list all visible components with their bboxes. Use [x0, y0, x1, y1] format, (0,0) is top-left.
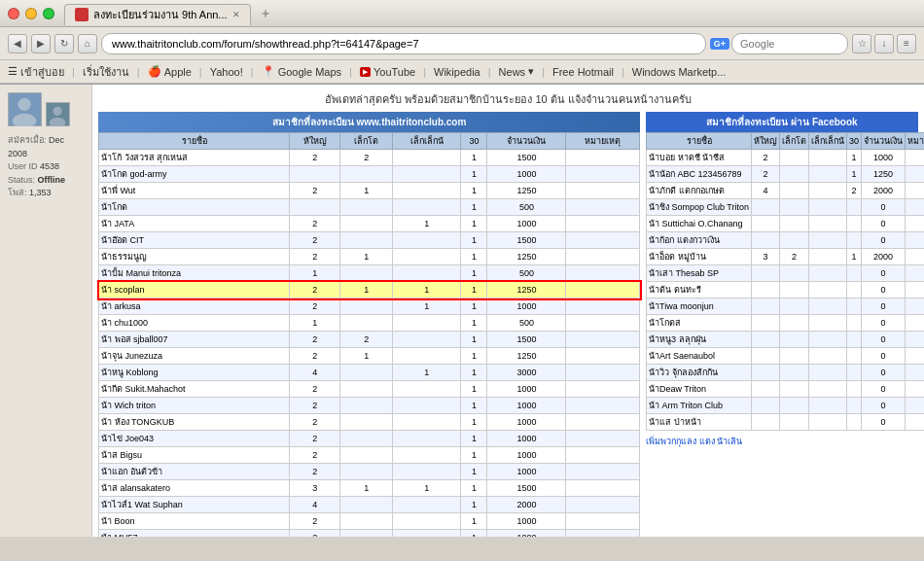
table-row: น้าวิว จุ้กลองส้กก้น 0 — [647, 365, 925, 381]
cell-note — [906, 381, 924, 398]
tab-close-button[interactable]: ✕ — [232, 10, 240, 19]
url-bar[interactable] — [101, 33, 706, 54]
cell-big: 2 — [290, 431, 340, 447]
cell-note — [906, 249, 924, 265]
avatar-secondary — [46, 102, 70, 126]
downloads-button[interactable]: ↓ — [874, 34, 894, 53]
status-value: Offline — [38, 175, 66, 185]
cell-mid — [340, 166, 393, 183]
cell-small — [809, 232, 847, 249]
cell-big — [752, 332, 780, 348]
cell-amount: 0 — [862, 315, 906, 332]
cell-amount: 0 — [862, 381, 906, 398]
table-row: น้าก้อก แตงกวาเงิน 0 — [647, 232, 925, 249]
cell-note — [906, 183, 924, 199]
cell-amount: 1000 — [862, 150, 906, 166]
cell-small — [393, 232, 461, 249]
bookmark-wikipedia[interactable]: Wikipedia — [434, 66, 480, 78]
cell-mid: 2 — [340, 332, 393, 348]
bookmark-windows[interactable]: Windows Marketp... — [632, 66, 727, 78]
cell-small: 1 — [393, 282, 461, 298]
cell-small — [393, 348, 461, 365]
cell-big: 2 — [290, 183, 340, 199]
refresh-button[interactable]: ↻ — [54, 34, 74, 53]
cell-note — [906, 232, 924, 249]
cell-big: 2 — [752, 166, 780, 183]
user-info: สมัครเมื่อ: Dec 2008 User ID 4538 Status… — [8, 134, 84, 200]
cell-big: 4 — [752, 183, 780, 199]
table-row: น้า MU57 2 1 1000 — [99, 530, 640, 538]
bookmark-star[interactable]: ☆ — [852, 34, 871, 53]
new-tab-button[interactable]: ＋ — [251, 2, 280, 25]
cell-30: 1 — [461, 365, 487, 381]
cell-30 — [847, 282, 862, 298]
bookmark-youtube[interactable]: ▶ YouTube — [360, 66, 415, 78]
cell-amount: 0 — [862, 298, 906, 315]
cell-mid — [780, 332, 809, 348]
bookmark-maps[interactable]: 📍 Google Maps — [262, 65, 341, 78]
cell-amount: 1000 — [487, 513, 566, 530]
table-row: น้าหนู Koblong 4 1 1 3000 — [99, 365, 640, 381]
col-small-r: เล็กเล็กน้ — [809, 133, 847, 150]
maximize-button[interactable] — [43, 8, 54, 19]
cell-mid — [340, 381, 393, 398]
cell-mid — [340, 530, 393, 538]
cell-amount: 0 — [862, 232, 906, 249]
left-table: รายชื่อ ห้ใหญ่ เล็กโต เล็กเล็กน้ 30 จำนว… — [98, 132, 640, 537]
cell-big: 2 — [290, 464, 340, 480]
cell-name: น้าแอก อันต้วข้า — [99, 464, 290, 480]
cell-30: 1 — [461, 332, 487, 348]
cell-name: น้าไข่ Joe043 — [99, 431, 290, 447]
close-button[interactable] — [8, 8, 19, 19]
window-controls[interactable] — [8, 8, 54, 19]
tab-label: ลงทะเบียนร่วมงาน 9th Ann... — [93, 6, 228, 23]
bookmark-hotmail[interactable]: Free Hotmail — [552, 66, 614, 78]
cell-small — [809, 348, 847, 365]
back-button[interactable]: ◀ — [8, 34, 27, 53]
col-amount: จำนวนเงิน — [487, 133, 566, 150]
cell-mid: 1 — [340, 480, 393, 497]
cell-big — [752, 282, 780, 298]
bookmark-apple[interactable]: 🍎 Apple — [148, 65, 192, 78]
browser-tab[interactable]: ลงทะเบียนร่วมงาน 9th Ann... ✕ — [64, 4, 251, 25]
right-table: รายชื่อ ห้ใหญ่ เล็กโต เล็กเล็กน้ 30 จำนว… — [646, 132, 924, 431]
cell-mid: 1 — [340, 348, 393, 365]
bookmark-label: News — [499, 66, 526, 78]
cell-mid — [780, 150, 809, 166]
cell-30: 1 — [461, 150, 487, 166]
search-input[interactable] — [731, 33, 848, 54]
cell-name: น้าDeaw Triton — [647, 381, 752, 398]
cell-amount: 0 — [862, 348, 906, 365]
cell-name: น้า ห้อง TONGKUB — [99, 414, 290, 431]
cell-name: น้า Arm Triton Club — [647, 398, 752, 414]
cell-name: น้าโกต — [99, 199, 290, 216]
cell-name: น้าภักดี แตกกอเกษต — [647, 183, 752, 199]
cell-mid — [780, 381, 809, 398]
bookmark-yahoo[interactable]: Yahoo! — [210, 66, 243, 78]
table-row: น้า พอส sjball007 2 2 1 1500 — [99, 332, 640, 348]
bookmark-label: Google Maps — [278, 66, 341, 78]
forward-button[interactable]: ▶ — [31, 34, 51, 53]
cell-name: น้า Boon — [99, 513, 290, 530]
table-row: น้าภักดี แตกกอเกษต 4 2 2000 — [647, 183, 925, 199]
table-row: น้าArt Saenaubol 0 — [647, 348, 925, 365]
cell-big: 2 — [290, 530, 340, 538]
cell-small — [393, 332, 461, 348]
bookmark-start[interactable]: เริ่มใช้งาน — [83, 63, 129, 81]
cell-mid — [780, 232, 809, 249]
table-row: น้ากีต Sukit.Mahachot 2 1 1000 — [99, 381, 640, 398]
home-button[interactable]: ⌂ — [78, 34, 97, 53]
bookmark-home[interactable]: ☰ เข้าสู่บอย — [8, 63, 64, 81]
bookmark-icon: ☰ — [8, 65, 18, 78]
svg-point-3 — [50, 118, 66, 126]
cell-mid — [780, 265, 809, 282]
settings-button[interactable]: ≡ — [897, 34, 916, 53]
cell-30: 1 — [461, 298, 487, 315]
minimize-button[interactable] — [25, 8, 37, 19]
cell-30: 1 — [461, 348, 487, 365]
cell-30: 1 — [461, 265, 487, 282]
cell-mid — [340, 447, 393, 464]
cell-note — [566, 365, 640, 381]
avatar-primary — [8, 92, 42, 126]
bookmark-news[interactable]: News ▾ — [499, 65, 535, 78]
